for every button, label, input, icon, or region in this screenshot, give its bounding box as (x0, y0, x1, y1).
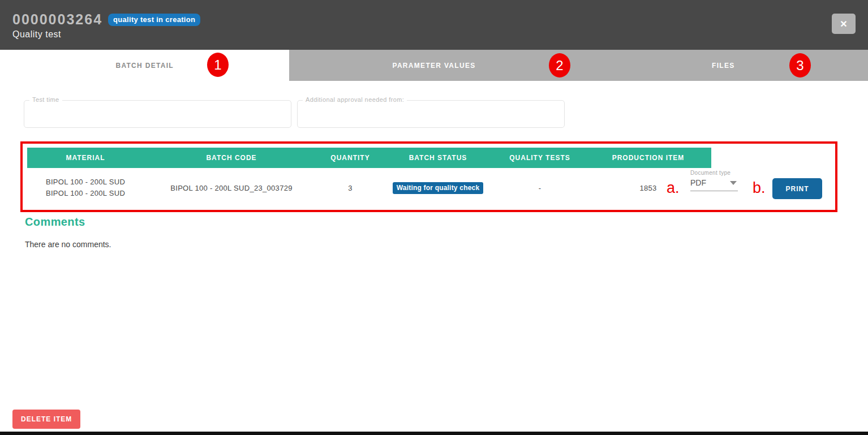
status-badge: quality test in creation (108, 14, 200, 26)
dialog-header: 0000003264 quality test in creation Qual… (0, 0, 868, 50)
document-type-select[interactable]: Document type PDF (690, 170, 738, 191)
print-button[interactable]: PRINT (772, 178, 822, 199)
material-line: BIPOL 100 - 200L SUD (27, 188, 144, 199)
cell-batch-code: BIPOL 100 - 200L SUD_23_003729 (144, 184, 319, 192)
close-icon: ✕ (840, 19, 847, 29)
cell-quality-tests: - (495, 184, 585, 192)
table-row: BIPOL 100 - 200L SUD BIPOL 100 - 200L SU… (27, 168, 711, 208)
column-header-quantity: QUANTITY (319, 154, 381, 162)
document-number: 0000003264 (12, 11, 102, 28)
column-header-batch-status: BATCH STATUS (381, 154, 495, 162)
comments-heading: Comments (25, 216, 111, 229)
cell-material: BIPOL 100 - 200L SUD BIPOL 100 - 200L SU… (27, 176, 144, 199)
title-row: 0000003264 quality test in creation (12, 11, 868, 28)
document-type-value: PDF (690, 178, 706, 187)
chevron-down-icon (730, 181, 737, 185)
additional-approval-label: Additional approval needed from: (303, 96, 407, 103)
column-header-material: MATERIAL (27, 154, 144, 162)
tab-label: BATCH DETAIL (115, 62, 173, 70)
comments-empty-text: There are no comments. (25, 240, 111, 249)
column-header-quality-tests: QUALITY TESTS (495, 154, 585, 162)
dialog-subtitle: Quality test (12, 29, 868, 40)
close-button[interactable]: ✕ (832, 14, 856, 34)
column-header-production-item: PRODUCTION ITEM (585, 154, 711, 162)
additional-approval-field: Additional approval needed from: (297, 100, 565, 128)
batch-status-badge: Waiting for quality check (393, 182, 484, 194)
document-type-label: Document type (690, 170, 738, 176)
test-time-input[interactable] (24, 101, 291, 127)
cell-batch-status: Waiting for quality check (381, 182, 495, 194)
cell-quantity: 3 (319, 184, 381, 192)
test-time-label: Test time (29, 96, 62, 103)
column-header-batch-code: BATCH CODE (144, 154, 319, 162)
table-header-row: MATERIAL BATCH CODE QUANTITY BATCH STATU… (27, 148, 711, 168)
tab-files[interactable]: FILES (579, 50, 868, 81)
tab-batch-detail[interactable]: BATCH DETAIL (0, 50, 289, 81)
tab-bar: BATCH DETAIL PARAMETER VALUES FILES (0, 50, 868, 81)
form-fields: Test time Additional approval needed fro… (24, 100, 868, 128)
material-line: BIPOL 100 - 200L SUD (27, 176, 144, 188)
annotation-circle-3: 3 (789, 53, 811, 77)
tab-label: PARAMETER VALUES (392, 62, 475, 70)
batch-table: MATERIAL BATCH CODE QUANTITY BATCH STATU… (27, 148, 711, 208)
annotation-circle-2: 2 (549, 53, 570, 77)
annotation-circle-1: 1 (207, 53, 229, 77)
comments-section: Comments There are no comments. (25, 216, 111, 249)
annotation-letter-a: a. (667, 179, 680, 197)
annotation-rectangle: MATERIAL BATCH CODE QUANTITY BATCH STATU… (20, 141, 837, 212)
delete-item-button[interactable]: DELETE ITEM (12, 410, 80, 429)
tab-label: FILES (712, 62, 735, 70)
test-time-field: Test time (24, 100, 291, 128)
additional-approval-input[interactable] (298, 101, 564, 127)
tab-parameter-values[interactable]: PARAMETER VALUES (289, 50, 578, 81)
annotation-letter-b: b. (753, 179, 766, 197)
bottom-edge-divider (0, 432, 868, 435)
